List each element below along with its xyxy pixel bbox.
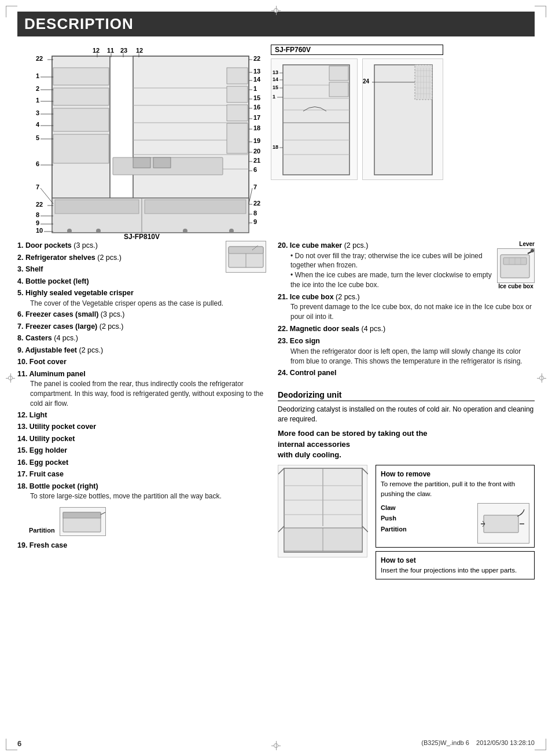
svg-rect-135 <box>484 515 518 533</box>
fp760-label: SJ-FP760V <box>271 45 443 55</box>
fridge-open-img <box>278 465 367 557</box>
svg-text:21: 21 <box>253 157 260 164</box>
svg-text:8: 8 <box>253 210 257 216</box>
list-item: 17. Fruit case <box>17 469 266 480</box>
svg-rect-11 <box>53 88 109 105</box>
svg-text:23: 23 <box>120 47 127 54</box>
svg-rect-27 <box>133 157 150 168</box>
corner-mark-tr <box>535 6 546 17</box>
fp760-right-img: 24 <box>362 58 443 180</box>
lever-label: Lever <box>497 241 535 247</box>
list-item: 11. Aluminum panel The panel is cooled f… <box>17 369 266 409</box>
page: DESCRIPTION <box>0 0 552 756</box>
svg-text:13: 13 <box>253 68 260 75</box>
svg-line-77 <box>249 188 252 204</box>
deodorizing-text: Deodorizing catalyst is installed on the… <box>278 405 535 424</box>
svg-rect-10 <box>53 68 109 85</box>
how-to-boxes: How to remove To remove the partition, p… <box>376 465 535 583</box>
svg-text:1: 1 <box>253 85 257 92</box>
reg-mark-right <box>537 373 546 383</box>
diag-num-22-tl: 22 <box>36 55 43 62</box>
svg-text:18: 18 <box>273 144 278 150</box>
main-diagram-svg: 22 1 2 1 3 4 5 <box>17 45 266 236</box>
svg-text:16: 16 <box>253 104 260 111</box>
deodorizing-header: Deodorizing unit <box>278 390 535 401</box>
fp760-diagrams: 13 14 15 1 18 <box>271 58 443 180</box>
svg-rect-118 <box>229 247 263 254</box>
diagram-main: 22 1 2 1 3 4 5 <box>17 45 266 241</box>
ice-cube-area: Lever I <box>278 241 535 384</box>
how-to-remove-text: To remove the partition, pull it to the … <box>381 480 515 497</box>
list-item: 7. Freezer cases (large) (2 pcs.) <box>17 322 266 332</box>
page-footer: 6 (B325)W_.indb 6 2012/05/30 13:28:10 <box>17 739 535 748</box>
svg-rect-13 <box>53 134 109 163</box>
diag-num-9-l: 9 <box>36 219 39 226</box>
list-item: 6. Freezer cases (small) (3 pcs.) <box>17 310 266 320</box>
right-column: Lever I <box>278 241 535 583</box>
remove-diagram-img <box>477 503 529 544</box>
svg-text:22: 22 <box>253 55 260 62</box>
page-number: 6 <box>17 739 21 748</box>
svg-text:19: 19 <box>253 137 260 144</box>
svg-point-26 <box>229 229 234 233</box>
partition-img <box>60 507 106 536</box>
ice-cube-img <box>497 248 535 283</box>
svg-text:15: 15 <box>273 85 278 90</box>
how-to-remove-title: How to remove <box>381 469 529 479</box>
svg-rect-84 <box>283 65 349 175</box>
item-list-19: 19. Fresh case <box>17 541 266 551</box>
diag-num-1-l: 1 <box>36 72 39 79</box>
svg-rect-133 <box>284 528 362 551</box>
svg-rect-16 <box>227 105 248 121</box>
list-item: 22. Magnetic door seals (4 pcs.) <box>278 324 535 335</box>
svg-text:7: 7 <box>253 184 257 190</box>
left-column: 1. Door pockets (3 pcs.) 2. Refrigerator… <box>17 241 266 583</box>
how-to-set-title: How to set <box>381 555 529 566</box>
svg-text:13: 13 <box>273 69 278 75</box>
svg-rect-22 <box>145 200 246 214</box>
partition-diagram: Claw Push Partition <box>381 503 529 544</box>
remove-svg <box>478 504 530 544</box>
fp760-section: SJ-FP760V <box>271 45 443 180</box>
list-item: 5. Highly sealed vegetable crisper The c… <box>17 288 266 308</box>
list-item: 12. Light <box>17 410 266 421</box>
content-area: 1. Door pockets (3 pcs.) 2. Refrigerator… <box>17 241 535 583</box>
svg-rect-92 <box>329 82 348 97</box>
fp760-svg: 13 14 15 1 18 <box>271 59 358 181</box>
svg-point-23 <box>67 229 72 233</box>
svg-point-25 <box>183 229 187 233</box>
list-item: 15. Egg holder <box>17 446 266 456</box>
svg-rect-12 <box>53 108 109 131</box>
svg-text:14: 14 <box>273 76 278 82</box>
svg-text:6: 6 <box>253 166 257 173</box>
svg-text:22: 22 <box>253 200 260 207</box>
file-info: (B325)W_.indb 6 2012/05/30 13:28:10 <box>421 739 535 748</box>
svg-text:20: 20 <box>253 148 260 155</box>
reg-mark-left <box>6 373 15 383</box>
svg-rect-28 <box>153 157 171 168</box>
list-item: 8. Casters (4 pcs.) <box>17 333 266 344</box>
fp760-main-img: 13 14 15 1 18 <box>271 58 358 180</box>
svg-rect-21 <box>55 200 139 214</box>
svg-text:1: 1 <box>273 94 275 100</box>
diag-num-6-l: 6 <box>36 160 39 167</box>
ice-cube-svg <box>498 249 535 284</box>
svg-text:17: 17 <box>253 114 260 121</box>
partition-svg <box>60 508 106 537</box>
how-to-set-box: How to set Insert the four projections i… <box>376 551 535 579</box>
list-item: 16. Egg pocket <box>17 458 266 468</box>
partition-labels: Claw Push Partition <box>381 503 473 534</box>
svg-text:24: 24 <box>363 78 370 85</box>
diag-num-7-l: 7 <box>36 184 39 190</box>
page-title: DESCRIPTION <box>17 12 535 36</box>
diagram-area: 22 1 2 1 3 4 5 <box>17 45 535 241</box>
partition-label2: Partition <box>381 524 473 534</box>
svg-text:18: 18 <box>253 124 260 131</box>
vegetable-crisper-thumb <box>226 241 266 273</box>
bottom-area: How to remove To remove the partition, p… <box>278 465 535 583</box>
svg-rect-120 <box>63 512 101 518</box>
svg-rect-14 <box>227 68 248 84</box>
list-item: 19. Fresh case <box>17 541 266 551</box>
corner-mark-bl <box>6 739 17 750</box>
svg-text:14: 14 <box>253 76 261 83</box>
